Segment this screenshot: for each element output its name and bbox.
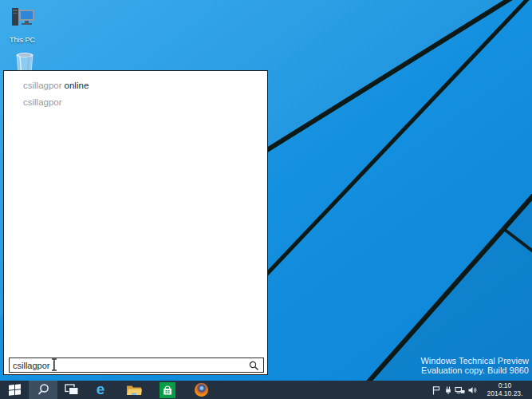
desktop-icon-this-pc[interactable]: This PC	[4, 6, 41, 44]
taskbar: e	[0, 381, 532, 399]
store-icon	[160, 382, 175, 398]
search-box	[9, 358, 264, 373]
search-suggestion[interactable]: csillagporonline	[4, 77, 267, 93]
speaker-icon	[467, 385, 477, 395]
store-button[interactable]	[153, 381, 182, 399]
search-suggestion[interactable]: csillagpor	[4, 94, 267, 110]
firefox-button[interactable]	[187, 381, 215, 399]
suggestion-completion-text: online	[65, 81, 89, 90]
desktop-icon-label: This PC	[4, 36, 41, 44]
plug-icon	[443, 385, 453, 395]
action-center-tray-button[interactable]	[430, 381, 442, 399]
network-icon	[455, 385, 465, 395]
text-caret	[53, 361, 54, 370]
hardware-tray-button[interactable]	[442, 381, 454, 399]
task-view-button[interactable]	[57, 381, 86, 399]
internet-explorer-icon: e	[97, 382, 105, 397]
system-tray: 0:10 2014.10.23.	[430, 381, 532, 399]
folder-icon	[126, 384, 142, 397]
internet-explorer-button[interactable]: e	[86, 381, 115, 399]
firefox-icon	[195, 383, 208, 397]
search-flyout: csillagporonline csillagpor	[3, 70, 268, 375]
suggestion-typed-text: csillagpor	[23, 81, 62, 90]
desktop: This PC Windows Technical Preview Evalua…	[0, 0, 532, 399]
taskbar-buttons: e	[0, 381, 215, 399]
search-input[interactable]	[10, 358, 263, 372]
suggestion-typed-text: csillagpor	[23, 97, 62, 107]
watermark-line2: Evaluation copy. Build 9860	[420, 366, 529, 376]
volume-tray-button[interactable]	[466, 381, 478, 399]
watermark: Windows Technical Preview Evaluation cop…	[420, 357, 529, 375]
search-icon[interactable]	[249, 361, 259, 371]
taskbar-clock[interactable]: 0:10 2014.10.23.	[484, 382, 526, 397]
file-explorer-button[interactable]	[120, 381, 148, 399]
clock-date: 2014.10.23.	[484, 390, 526, 398]
watermark-line1: Windows Technical Preview	[420, 357, 529, 366]
task-view-icon	[65, 384, 79, 396]
flag-icon	[432, 385, 441, 395]
search-taskbar-button[interactable]	[29, 381, 57, 399]
this-pc-icon	[9, 6, 36, 32]
magnifier-icon	[37, 383, 50, 397]
start-button[interactable]	[0, 381, 29, 399]
windows-logo-icon	[9, 384, 21, 396]
network-tray-button[interactable]	[454, 381, 466, 399]
